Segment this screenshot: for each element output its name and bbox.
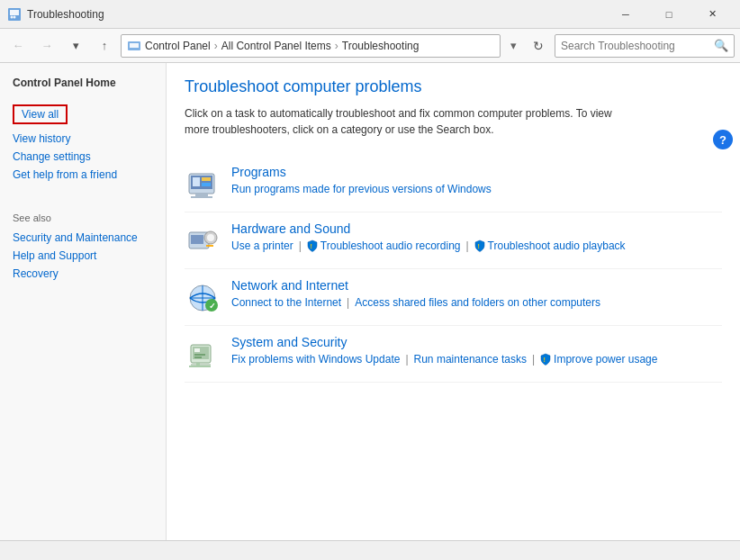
network-info: Network and Internet Connect to the Inte… (231, 278, 722, 309)
back-button[interactable]: ← (5, 34, 31, 58)
sidebar: Control Panel Home View all View history… (0, 63, 167, 540)
svg-text:!: ! (477, 243, 479, 249)
maintenance-link[interactable]: Run maintenance tasks (414, 353, 527, 366)
programs-info: Programs Run programs made for previous … (231, 165, 722, 195)
svg-rect-31 (196, 363, 200, 366)
window-controls: ─ □ ✕ (605, 1, 733, 28)
window-title: Troubleshooting (27, 8, 605, 21)
page-title: Troubleshoot computer problems (185, 77, 722, 96)
security-links: Fix problems with Windows Update | Run m… (231, 353, 722, 366)
svg-rect-28 (194, 354, 205, 356)
address-bar: ← → ▾ ↑ Control Panel › All Control Pane… (0, 29, 740, 63)
maximize-button[interactable]: □ (648, 1, 690, 28)
path-control-panel[interactable]: Control Panel (145, 40, 211, 52)
address-path: Control Panel › All Control Panel Items … (121, 34, 501, 58)
search-box: 🔍 (555, 34, 735, 58)
sidebar-view-all[interactable]: View all (13, 104, 68, 124)
hardware-info: Hardware and Sound Use a printer | ! Tro… (231, 221, 722, 252)
network-links: Connect to the Internet | Access shared … (231, 296, 722, 309)
content-area: Troubleshoot computer problems Click on … (167, 63, 740, 540)
sidebar-change-settings[interactable]: Change settings (0, 148, 166, 166)
hardware-links: Use a printer | ! Troubleshoot audio rec… (231, 239, 722, 252)
security-name[interactable]: System and Security (231, 335, 722, 349)
network-name[interactable]: Network and Internet (231, 278, 722, 293)
sidebar-view-history[interactable]: View history (0, 130, 166, 148)
svg-rect-10 (202, 183, 211, 186)
use-printer-link[interactable]: Use a printer (231, 239, 293, 252)
svg-rect-1 (10, 10, 19, 15)
svg-rect-32 (189, 366, 211, 367)
search-icon[interactable]: 🔍 (714, 39, 728, 52)
svg-text:!: ! (310, 243, 311, 249)
programs-name[interactable]: Programs (231, 165, 722, 179)
svg-rect-9 (202, 177, 211, 181)
network-icon: ✓ (185, 280, 221, 316)
svg-rect-12 (191, 196, 212, 198)
svg-rect-17 (206, 245, 213, 247)
shared-files-link[interactable]: Access shared files and folders on other… (355, 296, 600, 309)
svg-rect-16 (191, 235, 203, 244)
dropdown-history-button[interactable]: ▾ (63, 34, 88, 58)
svg-rect-11 (195, 194, 208, 196)
svg-point-15 (207, 234, 214, 241)
sidebar-get-help[interactable]: Get help from a friend (0, 166, 166, 184)
forward-button[interactable]: → (34, 34, 59, 58)
search-input[interactable] (561, 40, 710, 52)
title-bar: Troubleshooting ─ □ ✕ (0, 0, 740, 29)
shield-power-icon: ! (540, 353, 551, 366)
windows-update-link[interactable]: Fix problems with Windows Update (231, 353, 400, 366)
security-info: System and Security Fix problems with Wi… (231, 335, 722, 366)
hardware-icon (185, 223, 221, 259)
window-icon (7, 7, 22, 22)
page-description: Click on a task to automatically trouble… (185, 105, 635, 138)
category-list: Programs Run programs made for previous … (185, 156, 722, 383)
svg-rect-8 (193, 177, 200, 186)
sidebar-recovery[interactable]: Recovery (0, 265, 166, 283)
category-programs: Programs Run programs made for previous … (185, 156, 722, 212)
close-button[interactable]: ✕ (691, 1, 733, 28)
sidebar-security-maintenance[interactable]: Security and Maintenance (0, 229, 166, 247)
svg-text:✓: ✓ (209, 302, 216, 311)
connect-internet-link[interactable]: Connect to the Internet (231, 296, 341, 309)
shield-audio-playback-icon: ! (474, 239, 485, 252)
sidebar-control-panel-home[interactable]: Control Panel Home (0, 74, 166, 92)
svg-point-3 (14, 15, 16, 18)
minimize-button[interactable]: ─ (605, 1, 646, 28)
category-hardware: Hardware and Sound Use a printer | ! Tro… (185, 212, 722, 269)
sidebar-see-also-label: See also (0, 211, 166, 225)
path-icon (127, 39, 141, 53)
up-button[interactable]: ↑ (92, 34, 117, 58)
programs-icon (185, 167, 221, 203)
status-bar (0, 540, 740, 560)
audio-recording-link[interactable]: Troubleshoot audio recording (320, 239, 461, 252)
svg-point-2 (11, 15, 14, 18)
audio-playback-link[interactable]: Troubleshoot audio playback (488, 239, 626, 252)
programs-links: Run programs made for previous versions … (231, 183, 722, 195)
category-security: System and Security Fix problems with Wi… (185, 326, 722, 383)
refresh-button[interactable]: ↻ (526, 34, 551, 58)
path-all-items[interactable]: All Control Panel Items (221, 40, 331, 52)
path-troubleshooting[interactable]: Troubleshooting (342, 40, 420, 52)
svg-rect-5 (130, 43, 139, 48)
svg-text:!: ! (544, 357, 546, 363)
address-dropdown-button[interactable]: ▾ (504, 34, 522, 58)
svg-rect-27 (194, 348, 200, 352)
power-usage-link[interactable]: Improve power usage (554, 353, 657, 366)
main-layout: ? Control Panel Home View all View histo… (0, 63, 740, 540)
svg-rect-29 (194, 357, 202, 358)
category-network: ✓ Network and Internet Connect to the In… (185, 269, 722, 326)
sidebar-see-also-section: See also Security and Maintenance Help a… (0, 202, 166, 283)
security-icon (185, 337, 221, 373)
hardware-name[interactable]: Hardware and Sound (231, 221, 722, 236)
programs-subtext[interactable]: Run programs made for previous versions … (231, 183, 492, 195)
shield-audio-recording-icon: ! (307, 239, 318, 252)
sidebar-help-support[interactable]: Help and Support (0, 247, 166, 265)
